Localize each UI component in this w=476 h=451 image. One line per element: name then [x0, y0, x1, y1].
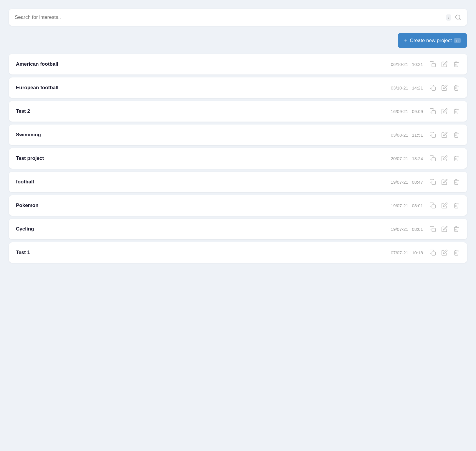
delete-button[interactable]	[452, 60, 460, 68]
project-row: Test 2 16/09-21 · 09:09	[9, 101, 467, 122]
project-name: Test 2	[16, 108, 391, 114]
edit-icon	[441, 202, 448, 209]
copy-icon	[429, 226, 436, 232]
svg-rect-7	[432, 181, 435, 185]
copy-icon	[429, 155, 436, 162]
copy-button[interactable]	[429, 107, 437, 115]
search-icon	[455, 14, 461, 21]
svg-rect-3	[432, 87, 435, 90]
project-date: 03/08-21 · 11:51	[391, 132, 423, 137]
delete-button[interactable]	[452, 225, 460, 233]
project-row: European football 03/10-21 · 14:21	[9, 77, 467, 98]
project-row: Pokemon 19/07-21 · 08:01	[9, 195, 467, 216]
trash-icon	[453, 226, 460, 232]
trash-icon	[453, 249, 460, 256]
edit-icon	[441, 155, 448, 162]
svg-rect-6	[432, 157, 435, 161]
search-button[interactable]	[455, 14, 461, 21]
svg-rect-9	[432, 228, 435, 232]
edit-button[interactable]	[441, 178, 448, 186]
project-list: American football 06/10-21 · 10:21	[9, 54, 467, 263]
project-row: Test 1 07/07-21 · 10:18	[9, 242, 467, 263]
project-name: Test 1	[16, 250, 391, 256]
project-actions	[429, 107, 460, 115]
copy-button[interactable]	[429, 202, 437, 209]
project-date: 19/07-21 · 08:47	[391, 180, 423, 185]
edit-icon	[441, 249, 448, 256]
create-btn-label: Create new project	[410, 38, 452, 44]
search-bar: /	[9, 9, 467, 26]
delete-button[interactable]	[452, 178, 460, 186]
project-actions	[429, 178, 460, 186]
delete-button[interactable]	[452, 249, 460, 256]
svg-line-1	[459, 19, 460, 20]
copy-button[interactable]	[429, 225, 437, 233]
copy-button[interactable]	[429, 178, 437, 186]
edit-button[interactable]	[441, 155, 448, 162]
copy-icon	[429, 84, 436, 91]
project-actions	[429, 84, 460, 92]
create-new-project-button[interactable]: + Create new project n	[398, 33, 467, 48]
search-input[interactable]	[15, 14, 446, 20]
project-name: Cycling	[16, 226, 391, 232]
edit-button[interactable]	[441, 249, 448, 256]
copy-button[interactable]	[429, 155, 437, 162]
copy-icon	[429, 179, 436, 185]
trash-icon	[453, 61, 460, 67]
delete-button[interactable]	[452, 107, 460, 115]
svg-rect-4	[432, 110, 435, 114]
copy-icon	[429, 61, 436, 67]
edit-button[interactable]	[441, 84, 448, 92]
trash-icon	[453, 132, 460, 138]
edit-button[interactable]	[441, 60, 448, 68]
copy-button[interactable]	[429, 60, 437, 68]
project-name: Swimming	[16, 132, 391, 138]
copy-button[interactable]	[429, 84, 437, 92]
project-actions	[429, 225, 460, 233]
delete-button[interactable]	[452, 131, 460, 139]
trash-icon	[453, 179, 460, 185]
edit-button[interactable]	[441, 202, 448, 209]
copy-icon	[429, 132, 436, 138]
project-actions	[429, 202, 460, 209]
copy-icon	[429, 108, 436, 115]
trash-icon	[453, 155, 460, 162]
edit-icon	[441, 132, 448, 138]
project-actions	[429, 155, 460, 162]
toolbar: + Create new project n	[9, 33, 467, 48]
trash-icon	[453, 202, 460, 209]
svg-rect-10	[432, 252, 435, 255]
project-date: 19/07-21 · 08:01	[391, 227, 423, 232]
project-row: Cycling 19/07-21 · 08:01	[9, 219, 467, 239]
project-date: 03/10-21 · 14:21	[391, 85, 423, 90]
search-kbd-shortcut: /	[446, 14, 451, 21]
create-btn-kbd: n	[454, 38, 461, 43]
project-name: Pokemon	[16, 203, 391, 208]
copy-button[interactable]	[429, 131, 437, 139]
project-name: Test project	[16, 155, 391, 161]
project-date: 06/10-21 · 10:21	[391, 62, 423, 67]
edit-icon	[441, 84, 448, 91]
copy-button[interactable]	[429, 249, 437, 256]
delete-button[interactable]	[452, 155, 460, 162]
edit-button[interactable]	[441, 225, 448, 233]
project-date: 07/07-21 · 10:18	[391, 250, 423, 255]
project-name: football	[16, 179, 391, 185]
edit-icon	[441, 61, 448, 67]
copy-icon	[429, 249, 436, 256]
project-row: Test project 20/07-21 · 13:24	[9, 148, 467, 169]
project-actions	[429, 249, 460, 256]
delete-button[interactable]	[452, 84, 460, 92]
create-btn-plus: +	[404, 37, 408, 44]
edit-icon	[441, 226, 448, 232]
project-date: 19/07-21 · 08:01	[391, 203, 423, 208]
copy-icon	[429, 202, 436, 209]
svg-rect-2	[432, 63, 435, 67]
svg-rect-8	[432, 205, 435, 208]
project-row: American football 06/10-21 · 10:21	[9, 54, 467, 74]
delete-button[interactable]	[452, 202, 460, 209]
edit-icon	[441, 179, 448, 185]
edit-button[interactable]	[441, 107, 448, 115]
edit-button[interactable]	[441, 131, 448, 139]
project-date: 20/07-21 · 13:24	[391, 156, 423, 161]
